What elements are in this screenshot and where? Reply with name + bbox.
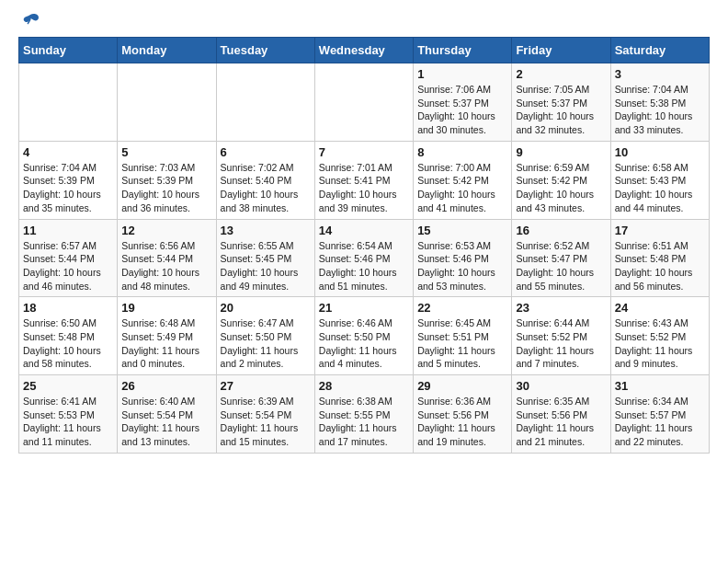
- calendar-cell: 3Sunrise: 7:04 AM Sunset: 5:38 PM Daylig…: [610, 63, 709, 142]
- day-content: Sunrise: 6:55 AM Sunset: 5:45 PM Dayligh…: [221, 239, 311, 293]
- column-header-thursday: Thursday: [414, 38, 512, 63]
- day-number: 2: [516, 67, 606, 81]
- calendar-cell: 7Sunrise: 7:01 AM Sunset: 5:41 PM Daylig…: [314, 141, 413, 219]
- day-content: Sunrise: 6:38 AM Sunset: 5:55 PM Dayligh…: [319, 395, 409, 449]
- day-content: Sunrise: 6:36 AM Sunset: 5:56 PM Dayligh…: [417, 395, 507, 449]
- day-number: 15: [417, 224, 507, 237]
- day-number: 20: [221, 301, 311, 315]
- day-number: 7: [319, 145, 409, 159]
- day-content: Sunrise: 7:00 AM Sunset: 5:42 PM Dayligh…: [417, 161, 507, 215]
- calendar-cell: 25Sunrise: 6:41 AM Sunset: 5:53 PM Dayli…: [19, 375, 118, 454]
- calendar-cell: 9Sunrise: 6:59 AM Sunset: 5:42 PM Daylig…: [512, 141, 610, 219]
- day-number: 10: [615, 145, 705, 159]
- calendar-cell: 12Sunrise: 6:56 AM Sunset: 5:44 PM Dayli…: [118, 219, 216, 297]
- day-content: Sunrise: 6:57 AM Sunset: 5:44 PM Dayligh…: [23, 239, 113, 293]
- day-number: 5: [121, 145, 211, 159]
- day-content: Sunrise: 6:59 AM Sunset: 5:42 PM Dayligh…: [516, 161, 606, 215]
- calendar-header-row: SundayMondayTuesdayWednesdayThursdayFrid…: [19, 38, 710, 63]
- day-content: Sunrise: 6:52 AM Sunset: 5:47 PM Dayligh…: [516, 239, 606, 293]
- day-number: 23: [516, 301, 606, 315]
- day-number: 16: [516, 224, 606, 237]
- calendar-cell: 22Sunrise: 6:45 AM Sunset: 5:51 PM Dayli…: [414, 297, 512, 375]
- calendar-cell: 31Sunrise: 6:34 AM Sunset: 5:57 PM Dayli…: [610, 375, 709, 454]
- calendar-cell: 14Sunrise: 6:54 AM Sunset: 5:46 PM Dayli…: [314, 219, 413, 297]
- day-content: Sunrise: 6:50 AM Sunset: 5:48 PM Dayligh…: [23, 316, 113, 371]
- calendar-cell: 2Sunrise: 7:05 AM Sunset: 5:37 PM Daylig…: [512, 63, 610, 142]
- day-content: Sunrise: 6:56 AM Sunset: 5:44 PM Dayligh…: [121, 239, 211, 293]
- day-content: Sunrise: 6:35 AM Sunset: 5:56 PM Dayligh…: [516, 395, 606, 449]
- column-header-wednesday: Wednesday: [314, 38, 413, 63]
- day-number: 22: [417, 301, 507, 315]
- day-content: Sunrise: 7:01 AM Sunset: 5:41 PM Dayligh…: [319, 161, 409, 215]
- day-content: Sunrise: 6:54 AM Sunset: 5:46 PM Dayligh…: [319, 239, 409, 293]
- day-number: 3: [615, 67, 705, 81]
- column-header-monday: Monday: [118, 38, 216, 63]
- calendar-cell: 1Sunrise: 7:06 AM Sunset: 5:37 PM Daylig…: [414, 63, 512, 142]
- day-content: Sunrise: 7:06 AM Sunset: 5:37 PM Dayligh…: [417, 83, 507, 137]
- day-content: Sunrise: 6:46 AM Sunset: 5:50 PM Dayligh…: [319, 316, 409, 371]
- day-number: 30: [516, 379, 606, 393]
- calendar-week-row: 25Sunrise: 6:41 AM Sunset: 5:53 PM Dayli…: [19, 375, 710, 454]
- calendar-cell: 23Sunrise: 6:44 AM Sunset: 5:52 PM Dayli…: [512, 297, 610, 375]
- day-number: 24: [615, 301, 705, 315]
- calendar-week-row: 1Sunrise: 7:06 AM Sunset: 5:37 PM Daylig…: [19, 63, 710, 142]
- page-header: [18, 15, 710, 28]
- calendar-cell: 5Sunrise: 7:03 AM Sunset: 5:39 PM Daylig…: [118, 141, 216, 219]
- day-number: 26: [121, 379, 211, 393]
- day-content: Sunrise: 6:43 AM Sunset: 5:52 PM Dayligh…: [615, 316, 705, 371]
- day-content: Sunrise: 6:40 AM Sunset: 5:54 PM Dayligh…: [121, 395, 211, 449]
- day-number: 29: [417, 379, 507, 393]
- column-header-tuesday: Tuesday: [216, 38, 314, 63]
- calendar-cell: 16Sunrise: 6:52 AM Sunset: 5:47 PM Dayli…: [512, 219, 610, 297]
- calendar-cell: 10Sunrise: 6:58 AM Sunset: 5:43 PM Dayli…: [610, 141, 709, 219]
- day-number: 21: [319, 301, 409, 315]
- day-number: 14: [319, 224, 409, 237]
- day-content: Sunrise: 6:34 AM Sunset: 5:57 PM Dayligh…: [615, 395, 705, 449]
- day-content: Sunrise: 7:04 AM Sunset: 5:38 PM Dayligh…: [615, 83, 705, 137]
- day-content: Sunrise: 6:51 AM Sunset: 5:48 PM Dayligh…: [615, 239, 705, 293]
- day-number: 18: [23, 301, 113, 315]
- day-content: Sunrise: 7:05 AM Sunset: 5:37 PM Dayligh…: [516, 83, 606, 137]
- calendar-cell: 27Sunrise: 6:39 AM Sunset: 5:54 PM Dayli…: [216, 375, 314, 454]
- calendar-week-row: 18Sunrise: 6:50 AM Sunset: 5:48 PM Dayli…: [19, 297, 710, 375]
- calendar-cell: 30Sunrise: 6:35 AM Sunset: 5:56 PM Dayli…: [512, 375, 610, 454]
- calendar-cell: 29Sunrise: 6:36 AM Sunset: 5:56 PM Dayli…: [414, 375, 512, 454]
- column-header-friday: Friday: [512, 38, 610, 63]
- day-number: 1: [417, 67, 507, 81]
- day-content: Sunrise: 6:58 AM Sunset: 5:43 PM Dayligh…: [615, 161, 705, 215]
- calendar-cell: [216, 63, 314, 142]
- calendar-cell: 4Sunrise: 7:04 AM Sunset: 5:39 PM Daylig…: [19, 141, 118, 219]
- day-content: Sunrise: 6:41 AM Sunset: 5:53 PM Dayligh…: [23, 395, 113, 449]
- day-content: Sunrise: 7:03 AM Sunset: 5:39 PM Dayligh…: [121, 161, 211, 215]
- day-content: Sunrise: 6:45 AM Sunset: 5:51 PM Dayligh…: [417, 316, 507, 371]
- day-content: Sunrise: 6:47 AM Sunset: 5:50 PM Dayligh…: [221, 316, 311, 371]
- calendar-cell: 17Sunrise: 6:51 AM Sunset: 5:48 PM Dayli…: [610, 219, 709, 297]
- calendar-cell: [314, 63, 413, 142]
- calendar-cell: 8Sunrise: 7:00 AM Sunset: 5:42 PM Daylig…: [414, 141, 512, 219]
- column-header-saturday: Saturday: [610, 38, 709, 63]
- day-number: 25: [23, 379, 113, 393]
- day-number: 6: [221, 145, 311, 159]
- calendar-cell: 26Sunrise: 6:40 AM Sunset: 5:54 PM Dayli…: [118, 375, 216, 454]
- calendar-cell: 18Sunrise: 6:50 AM Sunset: 5:48 PM Dayli…: [19, 297, 118, 375]
- day-content: Sunrise: 6:48 AM Sunset: 5:49 PM Dayligh…: [121, 316, 211, 371]
- calendar-cell: 24Sunrise: 6:43 AM Sunset: 5:52 PM Dayli…: [610, 297, 709, 375]
- day-number: 31: [615, 379, 705, 393]
- day-number: 28: [319, 379, 409, 393]
- day-number: 13: [221, 224, 311, 237]
- day-content: Sunrise: 6:39 AM Sunset: 5:54 PM Dayligh…: [221, 395, 311, 449]
- day-number: 12: [121, 224, 211, 237]
- calendar-cell: 11Sunrise: 6:57 AM Sunset: 5:44 PM Dayli…: [19, 219, 118, 297]
- day-content: Sunrise: 6:53 AM Sunset: 5:46 PM Dayligh…: [417, 239, 507, 293]
- day-number: 4: [23, 145, 113, 159]
- calendar-cell: 20Sunrise: 6:47 AM Sunset: 5:50 PM Dayli…: [216, 297, 314, 375]
- calendar-cell: 13Sunrise: 6:55 AM Sunset: 5:45 PM Dayli…: [216, 219, 314, 297]
- calendar-cell: [19, 63, 118, 142]
- day-number: 17: [615, 224, 705, 237]
- calendar-cell: [118, 63, 216, 142]
- day-content: Sunrise: 7:02 AM Sunset: 5:40 PM Dayligh…: [221, 161, 311, 215]
- calendar-cell: 21Sunrise: 6:46 AM Sunset: 5:50 PM Dayli…: [314, 297, 413, 375]
- calendar-week-row: 4Sunrise: 7:04 AM Sunset: 5:39 PM Daylig…: [19, 141, 710, 219]
- day-number: 19: [121, 301, 211, 315]
- calendar-week-row: 11Sunrise: 6:57 AM Sunset: 5:44 PM Dayli…: [19, 219, 710, 297]
